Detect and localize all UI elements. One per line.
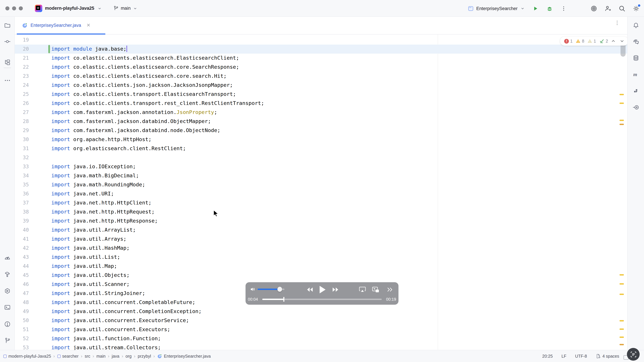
line-number[interactable]: 21	[15, 54, 50, 63]
line-number[interactable]: 34	[15, 171, 50, 180]
code-with-me-button[interactable]	[603, 4, 612, 13]
line-number[interactable]: 45	[15, 271, 50, 280]
weak-warning-count[interactable]: 1	[587, 38, 596, 43]
editor-options-kebab-icon[interactable]: ⋮	[614, 21, 620, 24]
line-number[interactable]: 33	[15, 162, 50, 171]
volume-knob[interactable]	[277, 287, 282, 292]
rewind-button[interactable]	[304, 285, 315, 295]
tool-stripe-ai-chat-icon[interactable]	[631, 36, 641, 46]
play-button[interactable]	[317, 285, 327, 295]
more-actions-button[interactable]	[559, 4, 568, 13]
tool-stripe-coverage-icon[interactable]	[631, 102, 641, 112]
seek-bar[interactable]	[262, 299, 382, 300]
ok-count[interactable]: 2	[599, 38, 608, 44]
line-number[interactable]: 49	[15, 307, 50, 316]
line-number[interactable]: 43	[15, 253, 50, 262]
line-number[interactable]: 35	[15, 180, 50, 189]
breadcrumb-item[interactable]: org	[126, 354, 132, 359]
line-number[interactable]: 47	[15, 289, 50, 298]
warning-count[interactable]: 8	[576, 38, 584, 43]
line-number[interactable]: 37	[15, 198, 50, 207]
tool-stripe-services-icon[interactable]	[2, 286, 12, 296]
line-number[interactable]: 32	[15, 153, 50, 162]
breadcrumb-item[interactable]: main	[96, 354, 106, 359]
tool-stripe-version-control-icon[interactable]	[2, 336, 12, 346]
tool-stripe-terminal-icon[interactable]	[2, 302, 12, 312]
line-number[interactable]: 40	[15, 226, 50, 235]
error-count[interactable]: ! 1	[564, 39, 572, 43]
line-number[interactable]: 46	[15, 280, 50, 289]
encoding-widget[interactable]: UTF-8	[575, 354, 587, 359]
volume-slider[interactable]	[258, 289, 284, 290]
run-configuration-selector[interactable]: EnterpriseySearcher	[468, 5, 524, 11]
previous-problem-button[interactable]	[611, 39, 616, 43]
line-number[interactable]: 53	[15, 343, 50, 350]
line-number[interactable]: 24	[15, 81, 50, 90]
minimize-window-button[interactable]	[12, 6, 16, 10]
line-number[interactable]: 20	[15, 44, 50, 54]
indent-widget[interactable]: 4 spaces	[596, 354, 619, 359]
debug-button[interactable]	[545, 4, 554, 13]
line-number[interactable]: 22	[15, 63, 50, 72]
vcs-branch-widget[interactable]: main	[113, 5, 137, 11]
tool-stripe-project-folder-icon[interactable]	[2, 20, 12, 30]
more-controls-chevrons-icon[interactable]	[384, 285, 395, 295]
breadcrumb-item[interactable]: src	[85, 354, 90, 359]
line-number[interactable]: 41	[15, 235, 50, 244]
settings-button[interactable]	[631, 4, 641, 13]
inspections-widget[interactable]: ! 1 8 1 2	[560, 36, 627, 45]
fast-forward-button[interactable]	[330, 285, 341, 295]
tool-stripe-commit-icon[interactable]	[2, 36, 12, 46]
code-line: 52import java.util.function.Function;	[15, 334, 627, 343]
tool-stripe-structure-icon[interactable]	[2, 57, 12, 67]
zoom-window-button[interactable]	[19, 6, 23, 10]
tool-stripe-profiler-icon[interactable]	[2, 252, 12, 263]
picture-in-picture-button[interactable]	[370, 285, 381, 295]
line-number[interactable]: 27	[15, 108, 50, 117]
next-problem-button[interactable]	[620, 39, 624, 43]
search-everywhere-button[interactable]	[617, 4, 626, 13]
line-number[interactable]: 19	[15, 35, 50, 44]
tool-stripe-build-icon[interactable]	[2, 269, 12, 279]
line-number[interactable]: 50	[15, 316, 50, 325]
airplay-button[interactable]	[357, 285, 368, 295]
line-number[interactable]: 48	[15, 298, 50, 307]
line-number[interactable]: 38	[15, 207, 50, 217]
tool-stripe-database-icon[interactable]	[631, 53, 641, 63]
tab-enterprisey-searcher[interactable]: EnterpriseySearcher.java ✕	[17, 17, 105, 34]
line-number[interactable]: 31	[15, 144, 50, 153]
project-widget[interactable]: IJ modern-playful-Java25	[35, 4, 102, 12]
line-number[interactable]: 28	[15, 117, 50, 126]
tool-stripe-plugins-icon[interactable]	[631, 86, 641, 96]
ai-assistant-button[interactable]	[589, 4, 598, 13]
close-tab-icon[interactable]: ✕	[86, 22, 90, 28]
line-number[interactable]: 26	[15, 99, 50, 108]
run-button[interactable]	[531, 4, 540, 13]
seek-playhead[interactable]	[284, 297, 284, 302]
tool-stripe-more-icon[interactable]	[2, 75, 12, 85]
tool-stripe-notifications-icon[interactable]	[631, 20, 641, 30]
line-number[interactable]: 42	[15, 244, 50, 253]
breadcrumb-item[interactable]: EnterpriseySearcher.java	[157, 354, 211, 359]
line-separator-widget[interactable]: LF	[562, 354, 566, 359]
line-number[interactable]: 52	[15, 334, 50, 343]
line-number[interactable]: 25	[15, 90, 50, 99]
line-number[interactable]: 51	[15, 325, 50, 334]
line-number[interactable]: 23	[15, 72, 50, 81]
line-number[interactable]: 36	[15, 189, 50, 198]
tool-stripe-problems-icon[interactable]	[2, 319, 12, 329]
line-number[interactable]: 29	[15, 126, 50, 135]
breadcrumb-item[interactable]: java	[112, 354, 120, 359]
line-number[interactable]: 39	[15, 217, 50, 226]
tool-stripe-maven-icon[interactable]: m	[631, 69, 641, 79]
line-number[interactable]: 44	[15, 262, 50, 271]
volume-control[interactable]	[250, 286, 284, 292]
error-stripe[interactable]	[620, 34, 624, 350]
close-window-button[interactable]	[5, 6, 10, 10]
breadcrumb-item[interactable]: przybyl	[138, 354, 151, 359]
screen-reader-badge[interactable]	[627, 348, 640, 361]
breadcrumb-item[interactable]: searcher	[57, 354, 78, 359]
breadcrumb-item[interactable]: modern-playful-Java25	[3, 354, 51, 359]
caret-position-widget[interactable]: 20:25	[542, 354, 553, 359]
line-number[interactable]: 30	[15, 135, 50, 144]
